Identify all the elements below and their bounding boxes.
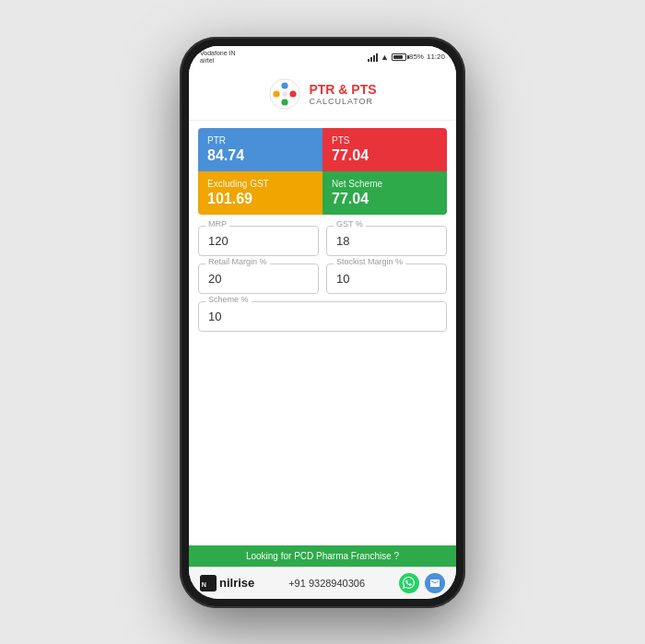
mrp-label: MRP — [205, 219, 229, 228]
footer-logo: N nilrise — [200, 575, 254, 591]
mrp-group: MRP — [198, 226, 319, 256]
app-footer: N nilrise +91 9328940306 — [189, 567, 456, 599]
stockist-margin-group: Stockist Margin % — [326, 263, 447, 294]
mrp-gst-row: MRP GST % — [198, 226, 447, 256]
retail-margin-label: Retail Margin % — [205, 257, 270, 266]
excl-gst-label: Excluding GST — [207, 179, 313, 189]
net-scheme-label: Net Scheme — [332, 179, 438, 189]
carrier1-label: Vodafone IN — [200, 50, 236, 57]
mrp-input[interactable] — [198, 226, 319, 256]
stockist-margin-input[interactable] — [326, 263, 447, 294]
inputs-section: MRP GST % Retail Margin % Stockist Margi… — [189, 222, 456, 544]
scheme-label: Scheme % — [205, 295, 252, 304]
excl-gst-value: 101.69 — [207, 191, 313, 207]
ptr-card: PTR 84.74 — [198, 128, 322, 171]
net-scheme-value: 77.04 — [332, 191, 438, 207]
mail-icon[interactable] — [425, 573, 445, 593]
svg-point-1 — [282, 83, 288, 89]
app-title-sub: CALCULATOR — [309, 97, 376, 106]
app-logo-icon — [268, 77, 301, 111]
app-title-main: PTR & PTS — [309, 82, 376, 97]
svg-point-3 — [282, 100, 288, 106]
svg-point-5 — [283, 92, 287, 97]
app-header: PTR & PTS CALCULATOR — [189, 68, 456, 121]
net-scheme-card: Net Scheme 77.04 — [322, 171, 447, 215]
ad-text: Looking for PCD Pharma Franchise ? — [246, 551, 399, 561]
nilrise-logo-icon: N — [200, 575, 217, 591]
phone-number: +91 9328940306 — [288, 578, 365, 589]
pts-card: PTS 77.04 — [322, 128, 447, 171]
battery-label: 85% — [409, 53, 424, 61]
phone-screen: Vodafone IN airtel ▲ 85% 11:20 — [189, 46, 456, 599]
pts-value: 77.04 — [332, 147, 438, 164]
stockist-margin-label: Stockist Margin % — [334, 257, 405, 266]
retail-margin-input[interactable] — [198, 263, 319, 294]
whatsapp-icon[interactable] — [399, 573, 419, 593]
results-grid: PTR 84.74 PTS 77.04 Excluding GST 101.69… — [198, 128, 447, 215]
pts-label: PTS — [332, 135, 438, 146]
svg-point-2 — [290, 91, 297, 98]
gst-group: GST % — [326, 226, 447, 256]
status-right: ▲ 85% 11:20 — [368, 53, 445, 62]
scheme-input[interactable] — [198, 301, 447, 332]
svg-point-4 — [274, 91, 280, 98]
brand-name: nilrise — [219, 576, 254, 590]
gst-input[interactable] — [326, 226, 447, 256]
margin-row: Retail Margin % Stockist Margin % — [198, 263, 447, 294]
signal-icon — [368, 53, 378, 62]
ptr-label: PTR — [207, 135, 313, 146]
retail-margin-group: Retail Margin % — [198, 263, 319, 294]
excl-gst-card: Excluding GST 101.69 — [198, 171, 322, 215]
svg-text:N: N — [202, 580, 206, 588]
footer-contact-icons — [399, 573, 445, 593]
scheme-row: Scheme % — [198, 301, 447, 332]
battery-icon — [392, 53, 406, 61]
phone-frame: Vodafone IN airtel ▲ 85% 11:20 — [180, 37, 465, 608]
carrier2-label: airtel — [200, 57, 236, 64]
wifi-icon: ▲ — [381, 53, 389, 62]
status-bar: Vodafone IN airtel ▲ 85% 11:20 — [189, 46, 456, 69]
ptr-value: 84.74 — [207, 147, 313, 164]
time-label: 11:20 — [427, 53, 445, 61]
app-title: PTR & PTS CALCULATOR — [309, 82, 376, 106]
scheme-group: Scheme % — [198, 301, 447, 332]
carrier-info: Vodafone IN airtel — [200, 50, 236, 65]
ad-banner[interactable]: Looking for PCD Pharma Franchise ? — [189, 545, 456, 567]
gst-label: GST % — [334, 219, 366, 228]
